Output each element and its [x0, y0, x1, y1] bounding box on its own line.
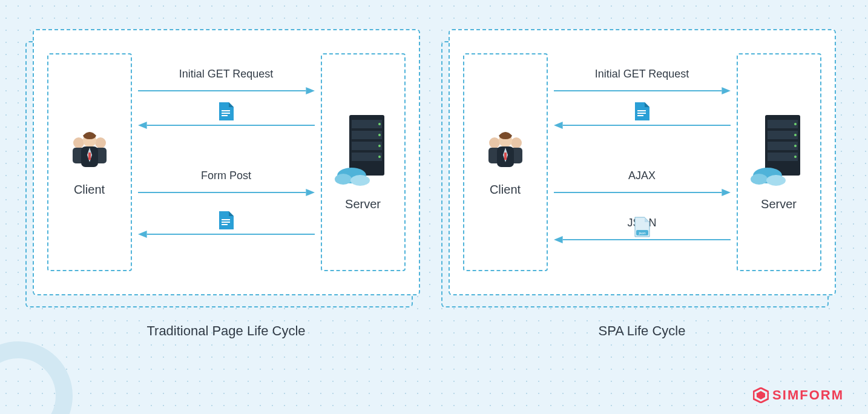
svg-rect-14 — [222, 115, 228, 116]
arrow-form-post: Form Post — [138, 169, 315, 199]
svg-rect-58 — [768, 142, 798, 150]
server-node: Server — [737, 53, 821, 271]
svg-marker-11 — [138, 122, 147, 129]
svg-marker-9 — [306, 87, 315, 94]
diagram-canvas: Client Initial GET Request Form Post — [0, 0, 868, 339]
svg-marker-50 — [722, 189, 731, 196]
svg-point-29 — [378, 145, 381, 147]
server-icon — [335, 114, 392, 186]
panel-caption: SPA Life Cycle — [449, 323, 836, 339]
client-label: Client — [74, 183, 105, 197]
svg-rect-59 — [768, 153, 798, 161]
simform-logo-icon — [753, 387, 769, 403]
users-icon — [481, 128, 530, 172]
server-node: Server — [321, 53, 406, 271]
svg-marker-68 — [757, 391, 765, 399]
svg-point-28 — [378, 134, 381, 136]
svg-point-63 — [794, 156, 797, 158]
svg-rect-20 — [222, 222, 230, 223]
simform-logo: SIMFORM — [753, 387, 844, 403]
svg-point-61 — [794, 134, 797, 136]
svg-point-36 — [511, 137, 522, 148]
traditional-panel-wrap: Client Initial GET Request Form Post — [33, 29, 420, 339]
arrow-initial-get: Initial GET Request — [138, 68, 315, 97]
svg-point-30 — [378, 156, 381, 158]
svg-rect-48 — [637, 115, 643, 116]
arrow-response-doc — [554, 119, 731, 132]
document-icon — [634, 102, 650, 123]
flow-area: Initial GET Request AJAX JSON — [548, 53, 737, 271]
json-file-icon: json — [634, 217, 651, 240]
arrow-label: Initial GET Request — [595, 68, 689, 80]
svg-point-62 — [794, 145, 797, 147]
svg-point-27 — [378, 123, 381, 125]
traditional-panel: Client Initial GET Request Form Post — [33, 29, 420, 295]
svg-rect-21 — [222, 224, 228, 225]
svg-rect-25 — [352, 142, 382, 150]
spa-panel-wrap: Client Initial GET Request AJAX — [449, 29, 836, 339]
svg-point-65 — [751, 174, 768, 185]
users-icon — [65, 128, 114, 172]
arrow-response-doc-2 — [138, 228, 315, 241]
svg-marker-52 — [554, 236, 563, 243]
svg-marker-16 — [306, 189, 315, 196]
svg-rect-47 — [637, 113, 646, 114]
arrow-response-doc — [138, 119, 315, 132]
server-label: Server — [761, 197, 797, 211]
decorative-arc — [0, 341, 73, 414]
svg-point-0 — [73, 137, 84, 148]
svg-rect-23 — [352, 120, 382, 128]
logo-text: SIMFORM — [772, 387, 844, 403]
svg-point-34 — [489, 137, 500, 148]
arrow-initial-get: Initial GET Request — [554, 68, 731, 97]
svg-rect-26 — [352, 153, 382, 161]
document-icon — [219, 211, 234, 232]
svg-point-32 — [335, 174, 352, 185]
server-label: Server — [345, 197, 381, 211]
arrow-json: JSON json — [554, 217, 731, 246]
document-icon — [219, 102, 234, 123]
svg-point-33 — [350, 175, 370, 186]
svg-rect-19 — [222, 219, 230, 220]
client-node: Client — [463, 53, 548, 271]
svg-rect-7 — [88, 153, 91, 160]
svg-rect-24 — [352, 131, 382, 139]
svg-rect-12 — [222, 110, 230, 111]
svg-rect-13 — [222, 113, 230, 114]
arrow-ajax: AJAX — [554, 169, 731, 199]
arrow-label: Form Post — [201, 169, 251, 182]
svg-rect-56 — [768, 120, 798, 128]
svg-point-2 — [95, 137, 106, 148]
client-label: Client — [490, 183, 521, 197]
arrow-label: AJAX — [628, 169, 656, 182]
svg-text:json: json — [638, 231, 645, 235]
panel-caption: Traditional Page Life Cycle — [33, 323, 420, 339]
svg-point-60 — [794, 123, 797, 125]
svg-rect-57 — [768, 131, 798, 139]
arrow-label: Initial GET Request — [179, 68, 274, 80]
flow-area: Initial GET Request Form Post — [132, 53, 321, 271]
svg-marker-45 — [554, 122, 563, 129]
client-node: Client — [47, 53, 132, 271]
svg-point-66 — [766, 175, 786, 186]
server-icon — [751, 114, 807, 186]
svg-marker-43 — [722, 87, 731, 94]
spa-panel: Client Initial GET Request AJAX — [449, 29, 836, 295]
svg-rect-41 — [504, 153, 507, 160]
svg-rect-46 — [637, 110, 646, 111]
svg-marker-18 — [138, 231, 147, 238]
